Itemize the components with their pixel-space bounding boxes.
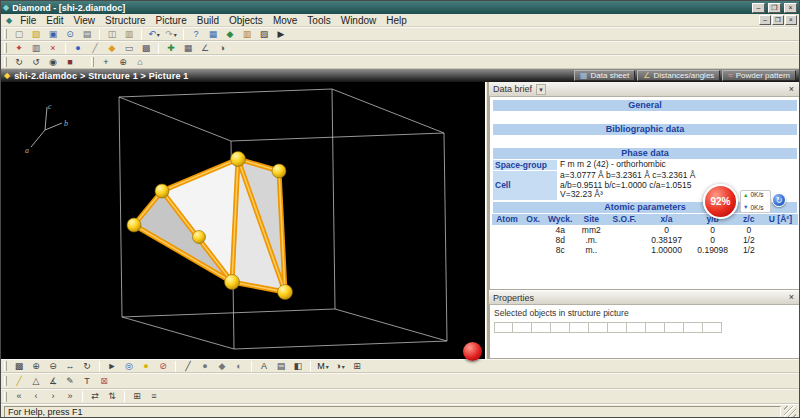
polyhedra-style-button[interactable]: ◆ [214, 360, 230, 372]
label-atoms-button[interactable]: A [256, 360, 272, 372]
atom-color-button[interactable]: ● [138, 360, 154, 372]
toolbar-handle[interactable] [4, 29, 7, 39]
menu-move[interactable]: Move [268, 14, 302, 26]
distances-table-button[interactable]: ▥ [239, 28, 255, 40]
render-menu-button[interactable]: ◑▾ [332, 360, 348, 372]
fill-cell-button[interactable]: ▩ [138, 42, 154, 54]
menu-file[interactable]: File [15, 14, 41, 26]
child-close-button[interactable]: × [785, 15, 797, 25]
rotate-y-button[interactable]: ↺ [28, 56, 44, 68]
help-button[interactable]: ? [188, 28, 204, 40]
rotate-x-button[interactable]: ↻ [11, 56, 27, 68]
copy-button[interactable]: ◫ [104, 28, 120, 40]
last-picture-button[interactable]: » [62, 391, 78, 403]
open-button[interactable]: ▧ [28, 28, 44, 40]
new-button[interactable]: ▢ [11, 28, 27, 40]
chevron-down-icon[interactable]: ▾ [536, 84, 546, 95]
structure-3d-scene[interactable]: c b a [1, 82, 485, 359]
resize-grip[interactable] [784, 406, 796, 418]
menu-window[interactable]: Window [336, 14, 382, 26]
toolbar-handle[interactable] [4, 361, 7, 371]
find-button[interactable]: ⊙ [62, 28, 78, 40]
text-label-button[interactable]: T [79, 375, 95, 387]
zoom-in-button[interactable]: ⊕ [28, 360, 44, 372]
close-icon[interactable]: × [786, 84, 797, 95]
structure-picture-button[interactable]: ◆ [222, 28, 238, 40]
menu-help[interactable]: Help [381, 14, 412, 26]
selection-cell[interactable] [703, 322, 722, 333]
child-minimize-button[interactable]: – [759, 15, 771, 25]
toolbar-handle[interactable] [91, 57, 94, 67]
measure-angle-button[interactable]: △ [28, 375, 44, 387]
selection-cell[interactable] [551, 322, 570, 333]
selection-cell[interactable] [665, 322, 684, 333]
model-menu-button[interactable]: M▾ [315, 360, 331, 372]
viewport-grid-button[interactable]: ⊞ [349, 360, 365, 372]
close-icon[interactable]: × [786, 292, 797, 303]
atom-parameters-button[interactable]: ▥ [28, 42, 44, 54]
data-sheet-button[interactable]: ▦ [205, 28, 221, 40]
toolbar-handle[interactable] [4, 57, 7, 67]
draw-line-button[interactable]: ✎ [62, 375, 78, 387]
eraser-button[interactable]: ⊠ [96, 375, 112, 387]
menu-picture[interactable]: Picture [151, 14, 192, 26]
menu-tools[interactable]: Tools [302, 14, 335, 26]
paste-button[interactable]: ▥ [121, 28, 137, 40]
pan-button[interactable]: ↔ [62, 360, 78, 372]
ellipsoid-style-button[interactable]: ◐ [231, 360, 247, 372]
delete-structure-button[interactable]: × [45, 42, 61, 54]
measure-tool-button[interactable]: ∠ [197, 42, 213, 54]
save-button[interactable]: ▣ [45, 28, 61, 40]
selection-cell[interactable] [532, 322, 551, 333]
add-bond-button[interactable]: ╱ [87, 42, 103, 54]
structure-wizard-button[interactable]: ✦ [11, 42, 27, 54]
layout-button[interactable]: ⊞ [129, 391, 145, 403]
first-picture-button[interactable]: « [11, 391, 27, 403]
atomic-row[interactable]: 4amm2000 [492, 225, 798, 235]
atomic-row[interactable]: 8d.m.0.3819701/2 [492, 235, 798, 245]
selection-cell[interactable] [494, 322, 513, 333]
video-button[interactable]: ▶ [273, 28, 289, 40]
menu-build[interactable]: Build [192, 14, 224, 26]
packing-button[interactable]: ▦ [180, 42, 196, 54]
picture-settings-button[interactable]: ◑ [214, 42, 230, 54]
spin-button[interactable]: ◉ [45, 56, 61, 68]
tab-data-sheet[interactable]: ▦Data sheet [574, 70, 635, 81]
selection-cell[interactable] [684, 322, 703, 333]
atomic-row[interactable]: 8cm..1.000000.190981/2 [492, 245, 798, 255]
structure-viewport[interactable]: c b a [1, 82, 485, 359]
grow-cluster-button[interactable]: ✚ [163, 42, 179, 54]
redo-button[interactable]: ↷▾ [163, 28, 179, 40]
rotate-view-button[interactable]: ↻ [79, 360, 95, 372]
menu-edit[interactable]: Edit [41, 14, 68, 26]
selection-cell[interactable] [608, 322, 627, 333]
next-picture-button[interactable]: › [45, 391, 61, 403]
undo-button[interactable]: ↶▾ [146, 28, 162, 40]
toolbar-handle[interactable] [4, 392, 7, 402]
zoom-out-button[interactable]: ⊖ [45, 360, 61, 372]
list-view-button[interactable]: ≡ [146, 391, 162, 403]
zoom-mode-button[interactable]: ⊕ [115, 56, 131, 68]
background-button[interactable]: ◧ [290, 360, 306, 372]
pointer-mode-button[interactable]: ► [104, 360, 120, 372]
selection-cell[interactable] [513, 322, 532, 333]
measure-torsion-button[interactable]: ∡ [45, 375, 61, 387]
stop-spin-button[interactable]: ■ [62, 56, 78, 68]
toolbar-handle[interactable] [4, 376, 7, 386]
erase-mode-button[interactable]: ⊘ [155, 360, 171, 372]
close-button[interactable]: × [784, 3, 797, 13]
add-atom-button[interactable]: ● [70, 42, 86, 54]
select-objects-button[interactable]: ▩ [11, 360, 27, 372]
net-monitor-badge[interactable]: 92% [703, 184, 738, 219]
powder-pattern-button[interactable]: ▨ [256, 28, 272, 40]
minimize-button[interactable]: – [752, 3, 765, 13]
menu-view[interactable]: View [69, 14, 101, 26]
legend-button[interactable]: ▤ [273, 360, 289, 372]
floating-ball-indicator[interactable] [463, 342, 482, 361]
unit-cell-button[interactable]: ▭ [121, 42, 137, 54]
restore-button[interactable]: ❐ [768, 3, 781, 13]
selection-cell[interactable] [589, 322, 608, 333]
walk-mode-button[interactable]: ⇄ [87, 391, 103, 403]
tab-distances-angles[interactable]: ∠Distances/angles [637, 70, 720, 81]
print-button[interactable]: ▤ [79, 28, 95, 40]
